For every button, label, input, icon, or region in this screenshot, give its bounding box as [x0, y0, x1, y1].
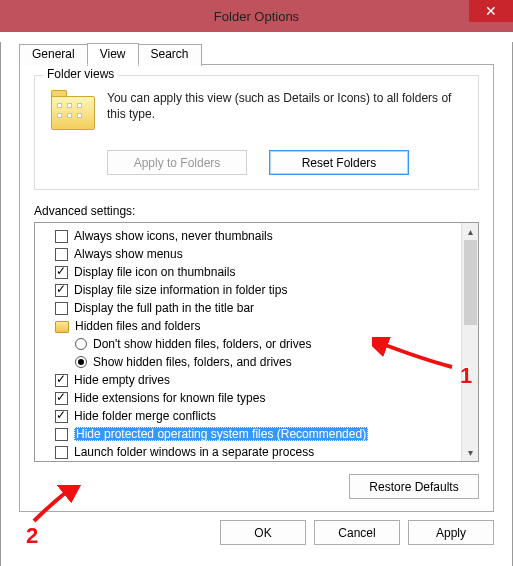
scrollbar[interactable]: ▴ ▾ — [461, 223, 478, 461]
checkbox[interactable] — [55, 374, 68, 387]
tab-general[interactable]: General — [19, 44, 88, 66]
checkbox[interactable] — [55, 446, 68, 459]
advanced-settings-listbox: Always show icons, never thumbnailsAlway… — [34, 222, 479, 462]
adv-item-label: Hide folder merge conflicts — [74, 409, 216, 423]
folder-views-icon — [49, 90, 97, 138]
adv-item-label: Display file icon on thumbnails — [74, 265, 235, 279]
adv-item-12[interactable]: Launch folder windows in a separate proc… — [41, 443, 461, 461]
annotation-number-2: 2 — [26, 523, 38, 549]
adv-item-1[interactable]: Always show menus — [41, 245, 461, 263]
radio[interactable] — [75, 356, 87, 368]
annotation-number-1: 1 — [460, 363, 472, 389]
adv-item-label: Launch folder windows in a separate proc… — [74, 445, 314, 459]
adv-item-label: Hide empty drives — [74, 373, 170, 387]
titlebar: Folder Options ✕ — [0, 0, 513, 32]
folder-icon — [55, 321, 69, 333]
checkbox[interactable] — [55, 230, 68, 243]
checkbox[interactable] — [55, 392, 68, 405]
adv-item-10[interactable]: Hide folder merge conflicts — [41, 407, 461, 425]
adv-item-label: Display the full path in the title bar — [74, 301, 254, 315]
tab-view[interactable]: View — [87, 43, 139, 65]
checkbox[interactable] — [55, 284, 68, 297]
checkbox[interactable] — [55, 302, 68, 315]
adv-item-4[interactable]: Display the full path in the title bar — [41, 299, 461, 317]
adv-item-2[interactable]: Display file icon on thumbnails — [41, 263, 461, 281]
scroll-down-icon[interactable]: ▾ — [462, 444, 478, 461]
adv-item-label: Display file size information in folder … — [74, 283, 287, 297]
adv-item-9[interactable]: Hide extensions for known file types — [41, 389, 461, 407]
radio[interactable] — [75, 338, 87, 350]
adv-item-7[interactable]: Show hidden files, folders, and drives — [41, 353, 461, 371]
adv-item-label: Always show menus — [74, 247, 183, 261]
cancel-button[interactable]: Cancel — [314, 520, 400, 545]
tab-search[interactable]: Search — [138, 44, 202, 66]
adv-item-label: Hide protected operating system files (R… — [74, 427, 368, 441]
dialog-button-row: OK Cancel Apply — [19, 520, 494, 545]
adv-item-5[interactable]: Hidden files and folders — [41, 317, 461, 335]
close-button[interactable]: ✕ — [469, 0, 513, 22]
checkbox[interactable] — [55, 410, 68, 423]
apply-button[interactable]: Apply — [408, 520, 494, 545]
advanced-settings-label: Advanced settings: — [34, 204, 479, 218]
window-title: Folder Options — [214, 9, 299, 24]
view-tab-panel: Folder views You can apply this view (su… — [19, 64, 494, 512]
adv-item-3[interactable]: Display file size information in folder … — [41, 281, 461, 299]
apply-to-folders-button[interactable]: Apply to Folders — [107, 150, 247, 175]
folder-views-desc: You can apply this view (such as Details… — [107, 90, 468, 138]
checkbox[interactable] — [55, 266, 68, 279]
folder-views-legend: Folder views — [43, 67, 118, 81]
scroll-thumb[interactable] — [464, 240, 477, 325]
adv-item-label: Hide extensions for known file types — [74, 391, 265, 405]
adv-item-6[interactable]: Don't show hidden files, folders, or dri… — [41, 335, 461, 353]
reset-folders-button[interactable]: Reset Folders — [269, 150, 409, 175]
adv-item-label: Don't show hidden files, folders, or dri… — [93, 337, 311, 351]
close-icon: ✕ — [485, 4, 497, 18]
adv-item-8[interactable]: Hide empty drives — [41, 371, 461, 389]
tab-strip: General View Search — [19, 42, 512, 64]
checkbox[interactable] — [55, 428, 68, 441]
adv-item-label: Show hidden files, folders, and drives — [93, 355, 292, 369]
scroll-up-icon[interactable]: ▴ — [462, 223, 478, 240]
adv-item-0[interactable]: Always show icons, never thumbnails — [41, 227, 461, 245]
folder-views-group: Folder views You can apply this view (su… — [34, 75, 479, 190]
restore-defaults-button[interactable]: Restore Defaults — [349, 474, 479, 499]
adv-item-label: Hidden files and folders — [75, 319, 200, 333]
adv-item-11[interactable]: Hide protected operating system files (R… — [41, 425, 461, 443]
ok-button[interactable]: OK — [220, 520, 306, 545]
checkbox[interactable] — [55, 248, 68, 261]
adv-item-label: Always show icons, never thumbnails — [74, 229, 273, 243]
